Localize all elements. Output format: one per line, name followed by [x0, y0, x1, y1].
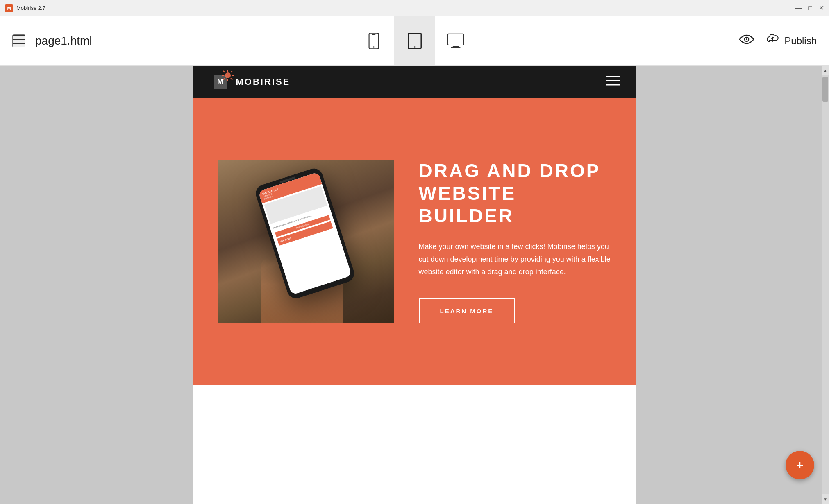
svg-rect-2 — [13, 43, 25, 44]
hero-title: DRAG AND DROP WEBSITE BUILDER — [419, 160, 611, 228]
menu-button[interactable] — [12, 34, 25, 47]
page-title: page1.html — [35, 34, 92, 47]
app-icon-text: M — [7, 6, 11, 11]
preview-window: M MOBIRISE — [193, 66, 636, 504]
mobile-icon — [366, 33, 382, 49]
desktop-view-button[interactable] — [435, 16, 476, 65]
svg-rect-10 — [451, 47, 460, 48]
svg-line-22 — [223, 78, 225, 80]
tablet-icon — [407, 33, 423, 49]
view-controls: Tablet View — [353, 16, 476, 65]
eye-icon — [739, 34, 754, 45]
learn-more-button[interactable]: LEARN MORE — [419, 298, 515, 323]
publish-label: Publish — [784, 35, 817, 47]
window-controls: — □ ✕ — [795, 0, 824, 16]
scroll-up-arrow[interactable]: ▲ — [822, 66, 829, 75]
hero-title-line1: DRAG AND DROP — [419, 160, 601, 181]
header-right: Publish — [739, 33, 817, 49]
svg-rect-5 — [372, 34, 375, 34]
svg-line-20 — [231, 78, 232, 80]
canvas-area: M MOBIRISE — [0, 66, 829, 504]
nav-menu-icon — [606, 76, 620, 86]
app-header: page1.html Tablet View — [0, 16, 829, 66]
svg-point-12 — [746, 38, 747, 40]
minimize-button[interactable]: — — [795, 5, 802, 11]
site-nav: M MOBIRISE — [193, 66, 636, 98]
tablet-view-button[interactable]: Tablet View — [394, 16, 435, 65]
hero-image: MOBIRISE WEBSITE BUILDER Create amazing … — [218, 160, 394, 323]
site-logo: M MOBIRISE — [210, 71, 291, 93]
phone-footer-text: FOR MORE — [280, 237, 291, 242]
svg-rect-23 — [606, 76, 620, 77]
title-bar: M Mobirise 2.7 — □ ✕ — [0, 0, 829, 16]
hero-content: DRAG AND DROP WEBSITE BUILDER Make your … — [419, 160, 611, 323]
desktop-icon — [447, 33, 464, 49]
svg-line-21 — [231, 71, 232, 72]
upload-icon — [766, 33, 779, 49]
scroll-thumb[interactable] — [822, 77, 828, 102]
hero-description: Make your own website in a few clicks! M… — [419, 240, 611, 278]
hero-title-line2: WEBSITE BUILDER — [419, 183, 516, 226]
svg-point-4 — [373, 46, 375, 48]
svg-rect-0 — [13, 35, 25, 36]
close-button[interactable]: ✕ — [819, 5, 824, 11]
svg-line-19 — [223, 71, 225, 72]
fab-button[interactable]: + — [786, 451, 814, 479]
svg-rect-24 — [606, 80, 620, 81]
logo-container: M — [210, 71, 231, 93]
maximize-button[interactable]: □ — [808, 5, 812, 11]
svg-point-7 — [414, 46, 416, 48]
svg-rect-9 — [452, 46, 458, 47]
site-logo-text: MOBIRISE — [236, 77, 291, 87]
hero-section: MOBIRISE WEBSITE BUILDER Create amazing … — [193, 98, 636, 385]
svg-rect-8 — [447, 34, 463, 45]
mobile-view-button[interactable] — [353, 16, 394, 65]
nav-hamburger[interactable] — [606, 75, 620, 88]
svg-rect-25 — [606, 84, 620, 86]
cloud-upload-icon — [766, 33, 779, 46]
app-icon: M — [5, 4, 13, 12]
publish-button[interactable]: Publish — [766, 33, 817, 49]
scrollbar[interactable]: ▲ ▼ — [822, 66, 829, 504]
app-title: Mobirise 2.7 — [16, 5, 45, 11]
logo-sun-icon — [222, 70, 234, 81]
svg-point-14 — [225, 72, 231, 78]
preview-button[interactable] — [739, 34, 754, 48]
svg-rect-1 — [13, 39, 25, 40]
hamburger-icon — [13, 35, 25, 44]
scroll-down-arrow[interactable]: ▼ — [822, 494, 829, 504]
